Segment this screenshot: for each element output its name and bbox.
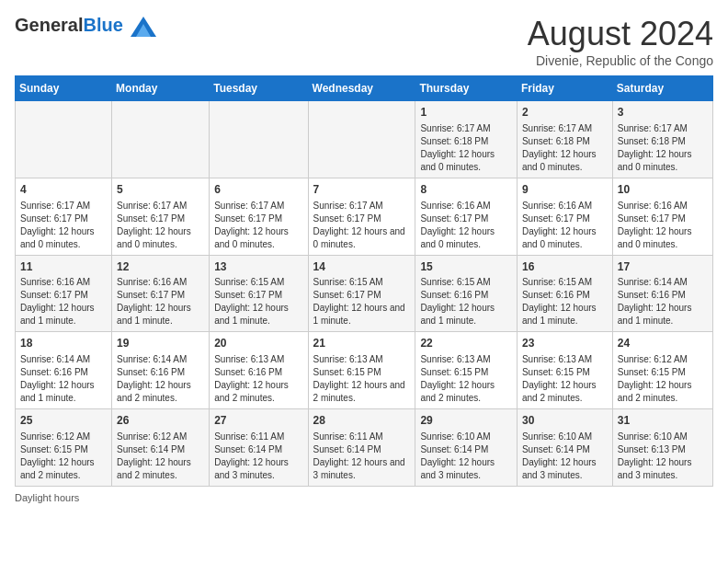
day-info: Sunrise: 6:17 AM Sunset: 6:18 PM Dayligh… <box>522 122 608 174</box>
day-info: Sunrise: 6:17 AM Sunset: 6:17 PM Dayligh… <box>117 200 204 251</box>
calendar-week-row: 4Sunrise: 6:17 AM Sunset: 6:17 PM Daylig… <box>16 178 713 255</box>
table-row: 22Sunrise: 6:13 AM Sunset: 6:15 PM Dayli… <box>415 332 518 409</box>
table-row: 13Sunrise: 6:15 AM Sunset: 6:17 PM Dayli… <box>210 255 308 332</box>
col-saturday: Saturday <box>612 76 712 101</box>
footer: Daylight hours <box>15 492 713 503</box>
day-number: 22 <box>420 336 512 351</box>
table-row: 10Sunrise: 6:16 AM Sunset: 6:17 PM Dayli… <box>612 178 712 255</box>
day-info: Sunrise: 6:17 AM Sunset: 6:18 PM Dayligh… <box>618 122 708 174</box>
day-info: Sunrise: 6:15 AM Sunset: 6:17 PM Dayligh… <box>313 276 411 327</box>
day-number: 26 <box>117 413 204 429</box>
day-number: 25 <box>20 413 107 429</box>
day-number: 9 <box>522 182 608 198</box>
day-number: 27 <box>214 413 302 429</box>
table-row <box>210 101 308 178</box>
day-number: 30 <box>522 413 608 429</box>
day-info: Sunrise: 6:10 AM Sunset: 6:14 PM Dayligh… <box>420 431 512 482</box>
day-number: 14 <box>313 259 411 275</box>
table-row: 20Sunrise: 6:13 AM Sunset: 6:16 PM Dayli… <box>210 332 308 409</box>
table-row <box>16 101 112 178</box>
table-row: 11Sunrise: 6:16 AM Sunset: 6:17 PM Dayli… <box>16 255 112 332</box>
day-info: Sunrise: 6:16 AM Sunset: 6:17 PM Dayligh… <box>117 276 204 327</box>
day-info: Sunrise: 6:17 AM Sunset: 6:17 PM Dayligh… <box>313 200 411 251</box>
calendar-week-row: 1Sunrise: 6:17 AM Sunset: 6:18 PM Daylig… <box>16 101 713 178</box>
day-number: 28 <box>313 413 411 429</box>
day-number: 13 <box>214 259 302 275</box>
calendar-week-row: 11Sunrise: 6:16 AM Sunset: 6:17 PM Dayli… <box>16 255 713 332</box>
table-row: 18Sunrise: 6:14 AM Sunset: 6:16 PM Dayli… <box>16 332 112 409</box>
table-row: 12Sunrise: 6:16 AM Sunset: 6:17 PM Dayli… <box>112 255 210 332</box>
day-info: Sunrise: 6:17 AM Sunset: 6:17 PM Dayligh… <box>214 200 302 251</box>
day-info: Sunrise: 6:11 AM Sunset: 6:14 PM Dayligh… <box>214 431 302 482</box>
table-row: 19Sunrise: 6:14 AM Sunset: 6:16 PM Dayli… <box>112 332 210 409</box>
table-row: 24Sunrise: 6:12 AM Sunset: 6:15 PM Dayli… <box>612 332 712 409</box>
day-number: 4 <box>20 182 107 198</box>
table-row: 9Sunrise: 6:16 AM Sunset: 6:17 PM Daylig… <box>517 178 612 255</box>
day-number: 7 <box>313 182 411 198</box>
day-number: 15 <box>420 259 512 275</box>
day-number: 23 <box>522 336 608 351</box>
day-number: 11 <box>20 259 107 275</box>
day-number: 21 <box>313 336 411 351</box>
col-sunday: Sunday <box>16 76 112 101</box>
calendar-table: Sunday Monday Tuesday Wednesday Thursday… <box>15 75 713 487</box>
day-info: Sunrise: 6:12 AM Sunset: 6:14 PM Dayligh… <box>117 431 204 482</box>
table-row: 4Sunrise: 6:17 AM Sunset: 6:17 PM Daylig… <box>16 178 112 255</box>
col-thursday: Thursday <box>415 76 518 101</box>
table-row: 3Sunrise: 6:17 AM Sunset: 6:18 PM Daylig… <box>612 101 712 178</box>
table-row: 7Sunrise: 6:17 AM Sunset: 6:17 PM Daylig… <box>308 178 415 255</box>
col-wednesday: Wednesday <box>308 76 415 101</box>
day-info: Sunrise: 6:10 AM Sunset: 6:14 PM Dayligh… <box>522 431 608 482</box>
table-row: 8Sunrise: 6:16 AM Sunset: 6:17 PM Daylig… <box>415 178 518 255</box>
day-number: 3 <box>618 105 708 121</box>
table-row: 29Sunrise: 6:10 AM Sunset: 6:14 PM Dayli… <box>415 409 518 487</box>
day-number: 29 <box>420 413 512 429</box>
day-info: Sunrise: 6:11 AM Sunset: 6:14 PM Dayligh… <box>313 431 411 482</box>
day-number: 6 <box>214 182 302 198</box>
table-row: 15Sunrise: 6:15 AM Sunset: 6:16 PM Dayli… <box>415 255 518 332</box>
calendar-title: August 2024 <box>528 15 713 53</box>
day-info: Sunrise: 6:13 AM Sunset: 6:15 PM Dayligh… <box>313 353 411 405</box>
day-info: Sunrise: 6:16 AM Sunset: 6:17 PM Dayligh… <box>420 200 512 251</box>
day-number: 1 <box>420 105 512 121</box>
table-row: 14Sunrise: 6:15 AM Sunset: 6:17 PM Dayli… <box>308 255 415 332</box>
col-monday: Monday <box>112 76 210 101</box>
logo-text: GeneralBlue <box>15 15 156 37</box>
day-number: 18 <box>20 336 107 351</box>
day-info: Sunrise: 6:14 AM Sunset: 6:16 PM Dayligh… <box>618 276 708 327</box>
day-number: 17 <box>618 259 708 275</box>
day-number: 31 <box>618 413 708 429</box>
day-number: 5 <box>117 182 204 198</box>
day-info: Sunrise: 6:12 AM Sunset: 6:15 PM Dayligh… <box>20 431 107 482</box>
day-info: Sunrise: 6:15 AM Sunset: 6:16 PM Dayligh… <box>522 276 608 327</box>
page-header: GeneralBlue August 2024 Divenie, Republi… <box>15 15 713 68</box>
calendar-week-row: 18Sunrise: 6:14 AM Sunset: 6:16 PM Dayli… <box>16 332 713 409</box>
day-info: Sunrise: 6:16 AM Sunset: 6:17 PM Dayligh… <box>618 200 708 251</box>
table-row <box>112 101 210 178</box>
logo-blue: Blue <box>83 15 122 35</box>
day-number: 12 <box>117 259 204 275</box>
day-number: 8 <box>420 182 512 198</box>
table-row <box>308 101 415 178</box>
day-info: Sunrise: 6:13 AM Sunset: 6:16 PM Dayligh… <box>214 353 302 405</box>
table-row: 27Sunrise: 6:11 AM Sunset: 6:14 PM Dayli… <box>210 409 308 487</box>
table-row: 5Sunrise: 6:17 AM Sunset: 6:17 PM Daylig… <box>112 178 210 255</box>
table-row: 1Sunrise: 6:17 AM Sunset: 6:18 PM Daylig… <box>415 101 518 178</box>
calendar-week-row: 25Sunrise: 6:12 AM Sunset: 6:15 PM Dayli… <box>16 409 713 487</box>
day-info: Sunrise: 6:17 AM Sunset: 6:18 PM Dayligh… <box>420 122 512 174</box>
day-number: 16 <box>522 259 608 275</box>
table-row: 17Sunrise: 6:14 AM Sunset: 6:16 PM Dayli… <box>612 255 712 332</box>
day-info: Sunrise: 6:15 AM Sunset: 6:16 PM Dayligh… <box>420 276 512 327</box>
day-info: Sunrise: 6:13 AM Sunset: 6:15 PM Dayligh… <box>420 353 512 405</box>
day-info: Sunrise: 6:14 AM Sunset: 6:16 PM Dayligh… <box>117 353 204 405</box>
table-row: 30Sunrise: 6:10 AM Sunset: 6:14 PM Dayli… <box>517 409 612 487</box>
day-info: Sunrise: 6:13 AM Sunset: 6:15 PM Dayligh… <box>522 353 608 405</box>
calendar-header-row: Sunday Monday Tuesday Wednesday Thursday… <box>16 76 713 101</box>
table-row: 16Sunrise: 6:15 AM Sunset: 6:16 PM Dayli… <box>517 255 612 332</box>
logo: GeneralBlue <box>15 15 156 37</box>
table-row: 26Sunrise: 6:12 AM Sunset: 6:14 PM Dayli… <box>112 409 210 487</box>
table-row: 23Sunrise: 6:13 AM Sunset: 6:15 PM Dayli… <box>517 332 612 409</box>
day-info: Sunrise: 6:17 AM Sunset: 6:17 PM Dayligh… <box>20 200 107 251</box>
day-info: Sunrise: 6:14 AM Sunset: 6:16 PM Dayligh… <box>20 353 107 405</box>
day-number: 24 <box>618 336 708 351</box>
